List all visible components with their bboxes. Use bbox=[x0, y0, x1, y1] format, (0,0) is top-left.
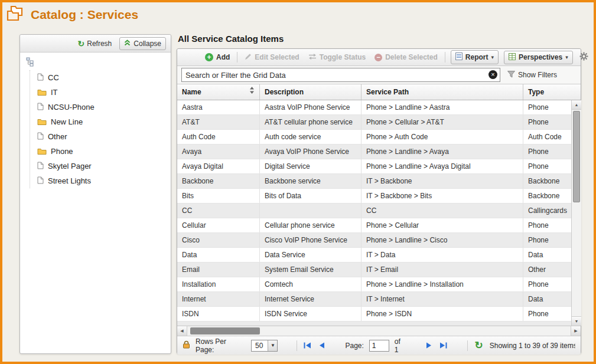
cell-type: Phone bbox=[523, 233, 571, 247]
table-row[interactable]: Avaya Digital Digital Service Phone > La… bbox=[177, 159, 571, 174]
cell-name: Data bbox=[177, 248, 260, 262]
vertical-scrollbar[interactable]: ▲ ▼ bbox=[571, 100, 581, 326]
tree-root-icon[interactable] bbox=[26, 57, 167, 69]
next-page-button[interactable] bbox=[425, 342, 433, 349]
horizontal-scrollbar-thumb[interactable] bbox=[190, 327, 260, 335]
refresh-grid-button[interactable]: ↻ bbox=[473, 341, 484, 350]
add-label: Add bbox=[216, 53, 230, 61]
table-row[interactable]: Data Data Service IT > Data Data bbox=[177, 248, 571, 263]
table-row[interactable]: Installation Comtech Phone > Landline > … bbox=[177, 277, 571, 292]
table-row[interactable]: AT&T AT&T cellular phone service Phone >… bbox=[177, 115, 571, 130]
edit-selected-button[interactable]: Edit Selected bbox=[243, 52, 301, 63]
first-page-button[interactable] bbox=[302, 342, 312, 349]
tree-item-ncsu-phone[interactable]: NCSU-Phone bbox=[37, 100, 167, 114]
table-row[interactable]: Auth Code Auth code service Phone > Auth… bbox=[177, 130, 571, 145]
tree-item-label: Street Lights bbox=[48, 176, 91, 185]
cell-type: Callingcards bbox=[523, 204, 571, 218]
lock-icon bbox=[183, 340, 190, 350]
table-row[interactable]: CC CC Callingcards bbox=[177, 204, 571, 218]
rows-per-page-select[interactable]: 50 ▼ bbox=[251, 340, 278, 352]
column-header-type[interactable]: Type bbox=[523, 84, 581, 100]
search-input[interactable] bbox=[181, 68, 500, 82]
cell-service-path: Phone > Landline > Avaya Digital bbox=[361, 159, 523, 173]
show-filters-label: Show Filters bbox=[518, 71, 557, 79]
horizontal-scrollbar[interactable]: ◀ ▶ bbox=[177, 326, 581, 336]
cell-type: Backbone bbox=[523, 174, 571, 188]
table-row[interactable]: Bits Bits of Data IT > Backbone > Bits B… bbox=[177, 189, 571, 204]
page-title: Catalog : Services bbox=[31, 8, 138, 22]
refresh-button[interactable]: ↻ Refresh bbox=[76, 38, 114, 49]
report-button[interactable]: Report ▾ bbox=[451, 50, 499, 64]
plus-circle-icon: + bbox=[205, 53, 213, 61]
grid-title: All Service Catalog Items bbox=[178, 34, 284, 44]
table-row[interactable]: Cellular Cellular phone service Phone > … bbox=[177, 218, 571, 233]
cell-description bbox=[260, 204, 361, 218]
table-row[interactable]: Internet Internet Service IT > Internet … bbox=[177, 292, 571, 307]
column-header-name[interactable]: Name bbox=[177, 84, 260, 100]
cell-name: Avaya Digital bbox=[177, 159, 260, 173]
perspectives-grid-icon bbox=[509, 53, 516, 62]
table-row[interactable]: Backbone Backbone service IT > Backbone … bbox=[177, 174, 571, 189]
collapse-icon bbox=[124, 40, 131, 48]
chevron-down-icon: ▾ bbox=[491, 54, 494, 60]
add-button[interactable]: + Add bbox=[203, 52, 232, 63]
page-number-input[interactable] bbox=[369, 340, 389, 352]
footer-separator bbox=[297, 340, 297, 351]
table-row[interactable]: ISDN ISDN Service Phone > ISDN Phone bbox=[177, 307, 571, 322]
delete-selected-button[interactable]: − Delete Selected bbox=[373, 52, 439, 63]
catalog-folders-icon bbox=[5, 4, 26, 25]
collapse-label: Collapse bbox=[133, 40, 161, 48]
cell-service-path: Phone > Landline > Avaya bbox=[361, 145, 523, 159]
table-row[interactable]: Aastra Aastra VoIP Phone Service Phone >… bbox=[177, 100, 571, 115]
folder-icon bbox=[37, 117, 47, 127]
show-filters-button[interactable]: Show Filters bbox=[507, 71, 557, 80]
last-page-button[interactable] bbox=[438, 342, 448, 349]
page-icon bbox=[37, 162, 44, 171]
perspectives-label: Perspectives bbox=[519, 53, 562, 61]
tree-item-other[interactable]: Other bbox=[37, 129, 167, 144]
tree-item-cc[interactable]: CC bbox=[37, 70, 167, 85]
service-catalog-grid-panel: + Add Edit Selected Toggle Status − Dele… bbox=[177, 48, 581, 354]
grid-header-row: Name Description Service Path Type bbox=[177, 84, 581, 100]
grid-rows: Aastra Aastra VoIP Phone Service Phone >… bbox=[177, 100, 571, 326]
page-label: Page: bbox=[345, 342, 363, 350]
table-row[interactable]: Email System Email Service IT > Email Ot… bbox=[177, 263, 571, 277]
cell-service-path: Phone > Landline > Installation bbox=[361, 277, 523, 291]
column-header-service-path[interactable]: Service Path bbox=[361, 84, 523, 100]
footer-separator bbox=[467, 340, 468, 351]
tree-item-phone[interactable]: Phone bbox=[37, 144, 167, 159]
tree-item-new-line[interactable]: New Line bbox=[37, 114, 167, 129]
table-row[interactable]: Cisco Cisco VoIP Phone Service Phone > L… bbox=[177, 233, 571, 248]
cell-name: Cellular bbox=[177, 218, 260, 232]
cell-description: Auth code service bbox=[260, 130, 361, 144]
previous-page-button[interactable] bbox=[318, 342, 326, 349]
grid-toolbar: + Add Edit Selected Toggle Status − Dele… bbox=[177, 49, 581, 66]
clear-icon[interactable]: × bbox=[488, 70, 497, 79]
tree-body: CC IT NCSU-Phone New Line Other bbox=[20, 53, 171, 193]
refresh-icon: ↻ bbox=[474, 341, 483, 350]
scroll-left-button[interactable]: ◀ bbox=[177, 326, 187, 336]
cell-type: Backbone bbox=[523, 189, 571, 203]
tree-item-it[interactable]: IT bbox=[37, 85, 167, 100]
toggle-status-button[interactable]: Toggle Status bbox=[307, 52, 367, 63]
scroll-up-button[interactable]: ▲ bbox=[572, 100, 581, 110]
cell-service-path: IT > Email bbox=[361, 263, 523, 277]
tree-item-street-lights[interactable]: Street Lights bbox=[37, 173, 167, 188]
edit-selected-label: Edit Selected bbox=[255, 53, 299, 61]
cell-service-path: Phone > Cellular bbox=[361, 218, 523, 232]
column-header-description[interactable]: Description bbox=[260, 84, 361, 100]
table-row[interactable]: Avaya Avaya VoIP Phone Service Phone > L… bbox=[177, 145, 571, 159]
column-label: Type bbox=[528, 84, 544, 100]
cell-description: Comtech bbox=[260, 277, 361, 291]
cell-name: Email bbox=[177, 263, 260, 277]
tree-item-skytel-pager[interactable]: Skytel Pager bbox=[37, 159, 167, 173]
cell-type: Phone bbox=[523, 277, 571, 291]
settings-button[interactable] bbox=[578, 52, 590, 63]
perspectives-button[interactable]: Perspectives ▾ bbox=[504, 51, 573, 64]
collapse-button[interactable]: Collapse bbox=[119, 37, 166, 50]
grid-search-row: × Show Filters bbox=[177, 66, 581, 84]
vertical-scrollbar-thumb[interactable] bbox=[573, 111, 580, 202]
scroll-down-button[interactable]: ▼ bbox=[572, 316, 581, 326]
cell-description: Digital Service bbox=[260, 159, 361, 173]
scroll-right-button[interactable]: ▶ bbox=[571, 326, 581, 336]
